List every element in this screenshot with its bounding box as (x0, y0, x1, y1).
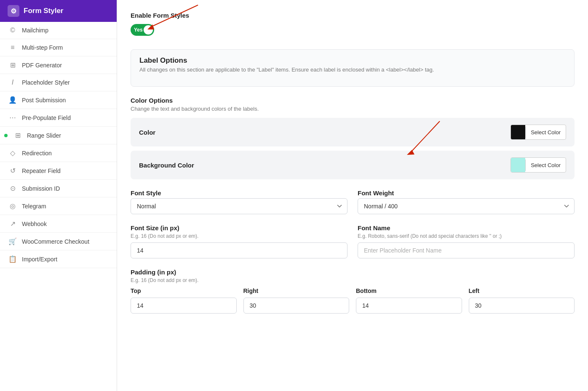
font-style-weight-row: Font Style Normal Italic Oblique Font We… (131, 189, 575, 214)
sidebar: ⚙ Form Styler © Mailchimp ≡ Multi-step F… (0, 0, 117, 391)
sidebar-title: Form Styler (24, 7, 63, 15)
enable-form-styles-section: Enable Form Styles Yes (131, 12, 575, 37)
svg-marker-3 (407, 150, 414, 155)
pre-populate-icon: ⋯ (8, 114, 17, 122)
padding-grid: Top Right Bottom Left (131, 287, 575, 314)
font-name-input[interactable] (358, 242, 575, 258)
padding-bottom-input[interactable] (356, 298, 462, 314)
sidebar-item-redirection[interactable]: ◇ Redirection (0, 144, 117, 162)
sidebar-item-label: PDF Generator (22, 62, 62, 69)
font-size-input[interactable] (131, 242, 347, 258)
toggle-yes-label: Yes (134, 27, 143, 33)
padding-top-input[interactable] (131, 298, 237, 314)
woocommerce-icon: 🛒 (8, 237, 17, 245)
sidebar-item-post-submission[interactable]: 👤 Post Submission (0, 91, 117, 109)
padding-top-label: Top (131, 287, 237, 294)
sidebar-item-pre-populate[interactable]: ⋯ Pre-Populate Field (0, 109, 117, 127)
font-size-name-row: Font Size (in px) E.g. 16 (Do not add px… (131, 224, 575, 258)
font-weight-select[interactable]: Normal / 400 Bold / 700 Light / 300 (358, 198, 575, 214)
bg-color-label: Background Color (139, 162, 194, 169)
sidebar-item-pdf-generator[interactable]: ⊞ PDF Generator (0, 56, 117, 74)
font-name-hint: E.g. Roboto, sans-serif (Do not add spec… (358, 233, 575, 239)
padding-right-label: Right (243, 287, 350, 294)
padding-left-input[interactable] (469, 298, 575, 314)
sidebar-item-label: Webhook (22, 221, 47, 227)
padding-hint: E.g. 16 (Do not add px or em). (131, 277, 575, 283)
sidebar-item-submission-id[interactable]: ⊙ Submission ID (0, 180, 117, 197)
background-color-row: Background Color Select Color (131, 151, 575, 179)
font-weight-label: Font Weight (358, 189, 575, 197)
sidebar-item-label: Placeholder Styler (22, 79, 70, 86)
sidebar-item-label: Pre-Populate Field (22, 114, 71, 121)
sidebar-item-woocommerce[interactable]: 🛒 WooCommerce Checkout (0, 233, 117, 250)
sidebar-item-label: Import/Export (22, 256, 57, 263)
font-weight-group: Font Weight Normal / 400 Bold / 700 Ligh… (358, 189, 575, 214)
sidebar-item-label: WooCommerce Checkout (22, 238, 89, 245)
font-style-select[interactable]: Normal Italic Oblique (131, 198, 347, 214)
sidebar-item-label: Range Slider (27, 132, 61, 139)
placeholder-icon: I (8, 79, 17, 86)
sidebar-item-label: Submission ID (22, 185, 60, 192)
padding-bottom-group: Bottom (356, 287, 462, 314)
padding-right-input[interactable] (243, 298, 350, 314)
color-options-title: Color Options (131, 97, 575, 104)
padding-section: Padding (in px) E.g. 16 (Do not add px o… (131, 269, 575, 314)
label-options-desc: All changes on this section are applicab… (139, 66, 566, 73)
post-submission-icon: 👤 (8, 96, 17, 104)
sidebar-header: ⚙ Form Styler (0, 0, 117, 22)
color-select-text: Select Color (525, 127, 566, 138)
color-row: Color Select Color (131, 118, 575, 146)
toggle-thumb (144, 25, 153, 35)
sidebar-item-webhook[interactable]: ↗ Webhook (0, 215, 117, 233)
color-swatch-mint (511, 158, 525, 172)
font-style-label: Font Style (131, 189, 347, 197)
sidebar-item-mailchimp[interactable]: © Mailchimp (0, 22, 117, 39)
sidebar-item-label: Mailchimp (22, 27, 48, 34)
padding-bottom-label: Bottom (356, 287, 462, 294)
padding-label: Padding (in px) (131, 269, 575, 276)
font-style-group: Font Style Normal Italic Oblique (131, 189, 347, 214)
label-options-title: Label Options (139, 56, 566, 65)
submission-id-icon: ⊙ (8, 184, 17, 192)
font-size-hint: E.g. 16 (Do not add px or em). (131, 233, 347, 239)
bg-color-select-button[interactable]: Select Color (510, 157, 566, 173)
sidebar-item-label: Post Submission (22, 97, 66, 104)
font-size-label: Font Size (in px) (131, 224, 347, 231)
bg-color-select-text: Select Color (525, 160, 566, 171)
sidebar-item-label: Repeater Field (22, 168, 61, 174)
label-options-section: Label Options All changes on this sectio… (131, 49, 575, 87)
sidebar-item-multi-step-form[interactable]: ≡ Multi-step Form (0, 39, 117, 56)
color-options-section: Color Options Change the text and backgr… (131, 97, 575, 179)
sidebar-item-import-export[interactable]: 📋 Import/Export (0, 250, 117, 268)
webhook-icon: ↗ (8, 220, 17, 228)
color-options-desc: Change the text and background colors of… (131, 106, 575, 112)
sidebar-item-repeater-field[interactable]: ↺ Repeater Field (0, 162, 117, 180)
active-dot (4, 134, 8, 137)
toggle-group: Yes (131, 24, 154, 36)
telegram-icon: ◎ (8, 202, 17, 210)
redirection-icon: ◇ (8, 149, 17, 157)
font-name-label: Font Name (358, 224, 575, 231)
padding-right-group: Right (243, 287, 350, 314)
padding-left-group: Left (469, 287, 575, 314)
sidebar-item-range-slider[interactable]: ⊞ Range Slider (0, 127, 117, 144)
padding-top-group: Top (131, 287, 237, 314)
pdf-icon: ⊞ (8, 61, 17, 69)
sidebar-item-telegram[interactable]: ◎ Telegram (0, 197, 117, 215)
color-select-button[interactable]: Select Color (510, 125, 566, 140)
main-content: Enable Form Styles Yes Label Options All… (117, 0, 588, 391)
sidebar-item-label: Multi-step Form (22, 44, 63, 51)
color-label: Color (139, 129, 155, 136)
font-name-group: Font Name E.g. Roboto, sans-serif (Do no… (358, 224, 575, 258)
form-styler-icon: ⚙ (8, 5, 19, 17)
padding-left-label: Left (469, 287, 575, 294)
import-export-icon: 📋 (8, 255, 17, 263)
repeater-icon: ↺ (8, 167, 17, 175)
enable-form-styles-label: Enable Form Styles (131, 12, 575, 19)
color-swatch-black (511, 125, 525, 139)
enable-toggle[interactable]: Yes (131, 24, 154, 36)
mailchimp-icon: © (8, 27, 17, 34)
sidebar-item-placeholder-styler[interactable]: I Placeholder Styler (0, 74, 117, 91)
range-slider-icon: ⊞ (13, 131, 22, 139)
sidebar-item-label: Telegram (22, 203, 46, 210)
